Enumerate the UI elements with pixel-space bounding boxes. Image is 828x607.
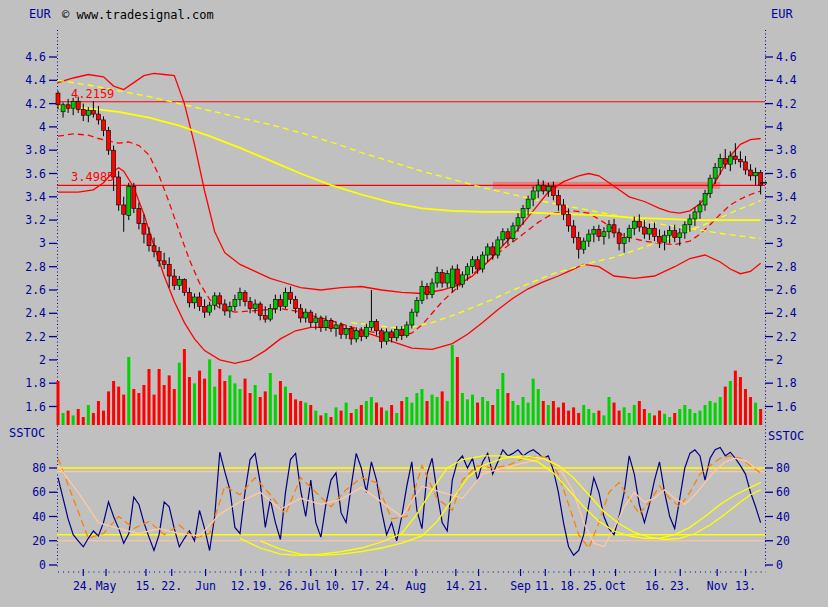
svg-text:4.6: 4.6 [776, 50, 797, 64]
svg-text:1.6: 1.6 [25, 400, 46, 414]
svg-text:May: May [96, 579, 117, 593]
svg-text:12.: 12. [231, 579, 252, 593]
copyright-text: © www.tradesignal.com [62, 9, 214, 21]
svg-text:4.2: 4.2 [25, 97, 46, 111]
svg-text:21.: 21. [468, 579, 489, 593]
svg-text:18.: 18. [560, 579, 581, 593]
price-axis-unit-right: EUR [771, 8, 793, 20]
svg-text:20: 20 [776, 534, 790, 548]
svg-text:3.4: 3.4 [25, 190, 46, 204]
svg-text:11.: 11. [535, 579, 556, 593]
svg-text:2.6: 2.6 [25, 283, 46, 297]
svg-text:Aug: Aug [406, 579, 427, 593]
svg-text:0: 0 [39, 558, 46, 572]
svg-text:16.: 16. [645, 579, 666, 593]
svg-text:15.: 15. [136, 579, 157, 593]
svg-text:17.: 17. [350, 579, 371, 593]
svg-text:2.8: 2.8 [25, 260, 46, 274]
svg-text:3.2: 3.2 [776, 213, 797, 227]
svg-text:80: 80 [776, 461, 790, 475]
price-line-label-lower: 3.4985 [71, 171, 114, 183]
axes: 4.64.64.44.44.24.2443.83.83.63.63.43.43.… [25, 30, 797, 593]
svg-text:80: 80 [32, 461, 46, 475]
svg-text:20: 20 [32, 534, 46, 548]
chart-canvas[interactable]: 4.64.64.44.44.24.2443.83.83.63.63.43.43.… [0, 0, 828, 607]
svg-text:13.: 13. [735, 579, 756, 593]
svg-text:4: 4 [776, 120, 783, 134]
svg-text:26.: 26. [279, 579, 300, 593]
svg-text:0: 0 [776, 558, 783, 572]
svg-text:4: 4 [39, 120, 46, 134]
volume-bars [57, 345, 763, 425]
stoch-k [58, 447, 761, 555]
stoch-panel-label-left: SSTOC [9, 427, 45, 439]
svg-text:2: 2 [776, 353, 783, 367]
svg-text:Oct: Oct [605, 579, 626, 593]
svg-text:2.2: 2.2 [776, 330, 797, 344]
svg-text:3.6: 3.6 [776, 167, 797, 181]
svg-text:1.8: 1.8 [25, 376, 46, 390]
svg-text:23.: 23. [670, 579, 691, 593]
svg-text:2.4: 2.4 [25, 306, 46, 320]
svg-text:10.: 10. [325, 579, 346, 593]
svg-text:Sep: Sep [510, 579, 531, 593]
svg-text:4.6: 4.6 [25, 50, 46, 64]
svg-text:2.2: 2.2 [25, 330, 46, 344]
svg-text:Jul: Jul [300, 579, 321, 593]
price-axis-unit-left: EUR [29, 8, 51, 20]
svg-text:2.8: 2.8 [776, 260, 797, 274]
svg-text:3.8: 3.8 [776, 143, 797, 157]
svg-text:60: 60 [32, 485, 46, 499]
tradesignal-chart-window: 4.64.64.44.44.24.2443.83.83.63.63.43.43.… [0, 0, 828, 607]
svg-text:2: 2 [39, 353, 46, 367]
svg-text:2.6: 2.6 [776, 283, 797, 297]
price-reference-lines [57, 102, 765, 189]
svg-text:22.: 22. [161, 579, 182, 593]
svg-text:3: 3 [776, 236, 783, 250]
svg-text:Nov: Nov [707, 579, 728, 593]
svg-text:3.2: 3.2 [25, 213, 46, 227]
candlesticks [56, 91, 763, 348]
svg-text:40: 40 [32, 510, 46, 524]
svg-text:4.2: 4.2 [776, 97, 797, 111]
svg-text:14.: 14. [445, 579, 466, 593]
svg-text:3: 3 [39, 236, 46, 250]
svg-text:24.: 24. [73, 579, 94, 593]
svg-text:24.: 24. [375, 579, 396, 593]
svg-text:2.4: 2.4 [776, 306, 797, 320]
stoch-panel-label-right: SSTOC [768, 430, 804, 442]
svg-text:4.4: 4.4 [776, 73, 797, 87]
svg-text:1.8: 1.8 [776, 376, 797, 390]
svg-text:Jun: Jun [195, 579, 216, 593]
ma-yellow-dashed-long [58, 80, 761, 238]
svg-text:3.8: 3.8 [25, 143, 46, 157]
svg-text:3.6: 3.6 [25, 167, 46, 181]
price-line-label-upper: 4.2159 [71, 88, 114, 100]
svg-text:19.: 19. [252, 579, 273, 593]
svg-text:1.6: 1.6 [776, 400, 797, 414]
svg-text:3.4: 3.4 [776, 190, 797, 204]
svg-text:25.: 25. [583, 579, 604, 593]
svg-text:4.4: 4.4 [25, 73, 46, 87]
ma-yellow-solid [58, 107, 761, 220]
svg-text:40: 40 [776, 510, 790, 524]
svg-text:60: 60 [776, 485, 790, 499]
